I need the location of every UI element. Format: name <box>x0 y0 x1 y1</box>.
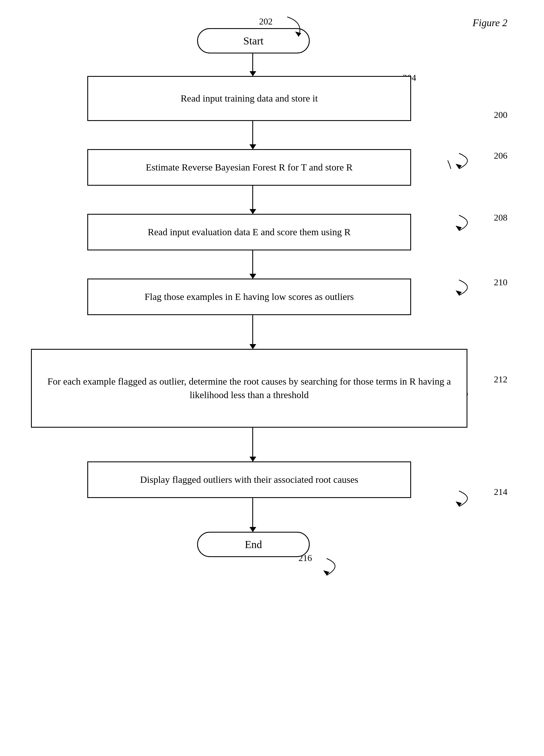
svg-marker-6 <box>456 501 462 506</box>
end-node: End <box>197 532 310 557</box>
ref-210: 210 <box>494 277 507 288</box>
ref-212: 212 <box>494 374 507 385</box>
step-208-box: Read input evaluation data E and score t… <box>87 214 411 250</box>
figure-label: Figure 2 <box>473 17 507 29</box>
step-204-box: Read input training data and store it <box>87 76 411 121</box>
flowchart-diagram: Figure 2 202 Start 204 200 Read input tr… <box>0 0 544 756</box>
arrow-206-to-208 <box>252 186 253 214</box>
svg-marker-4 <box>456 290 462 295</box>
ref-214: 214 <box>494 487 507 497</box>
step-214-box: Display flagged outliers with their asso… <box>87 461 411 498</box>
arrow-214-to-end <box>252 498 253 532</box>
svg-marker-7 <box>323 570 330 575</box>
svg-marker-3 <box>456 226 462 231</box>
start-node: Start <box>197 28 310 53</box>
ref-200: 200 <box>494 110 507 120</box>
arrow-204-to-206 <box>252 121 253 149</box>
ref-202: 202 <box>259 16 273 27</box>
svg-marker-2 <box>456 164 462 169</box>
step-210-box: Flag those examples in E having low scor… <box>87 279 411 315</box>
arrow-208-to-210 <box>252 250 253 279</box>
ref-208: 208 <box>494 212 507 223</box>
arrow-start-to-204 <box>252 53 253 76</box>
arrow-210-to-212 <box>252 315 253 349</box>
step-206-box: Estimate Reverse Bayesian Forest R for T… <box>87 149 411 186</box>
step-212-box: For each example flagged as outlier, det… <box>31 349 467 428</box>
ref-206: 206 <box>494 151 507 161</box>
arrow-212-to-214 <box>252 428 253 461</box>
